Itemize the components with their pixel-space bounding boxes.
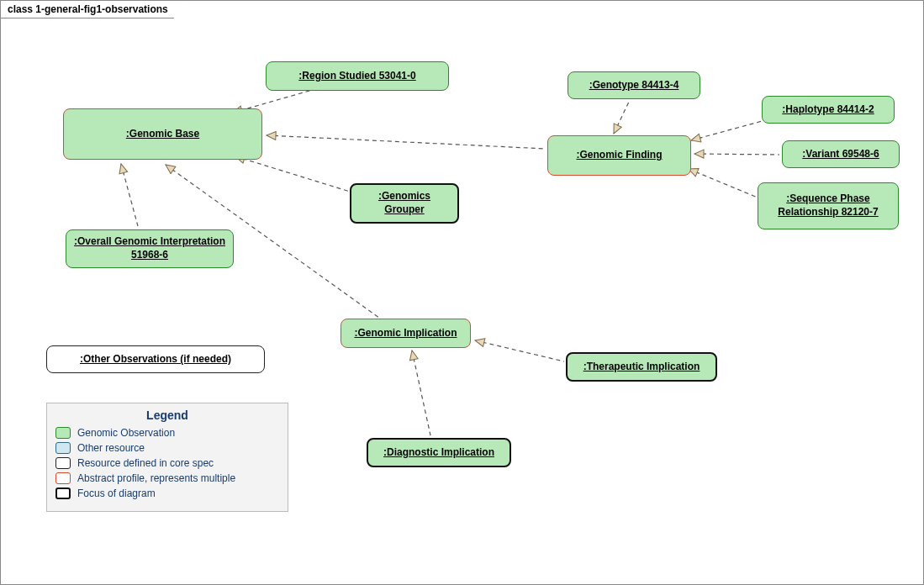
legend-label: Other resource <box>77 442 145 454</box>
node-other-observations[interactable]: :Other Observations (if needed) <box>46 345 265 373</box>
legend-item: Resource defined in core spec <box>55 457 279 469</box>
node-label: :Region Studied 53041-0 <box>298 70 415 83</box>
node-label: :Genomic Finding <box>577 149 663 162</box>
legend-label: Genomic Observation <box>77 427 175 439</box>
svg-line-8 <box>689 169 758 198</box>
node-therapeutic-implication[interactable]: :Therapeutic Implication <box>566 352 717 382</box>
node-label: :Sequence Phase Relationship 82120-7 <box>765 192 891 219</box>
legend-item: Abstract profile, represents multiple <box>55 472 279 484</box>
node-sequence-phase[interactable]: :Sequence Phase Relationship 82120-7 <box>758 182 899 229</box>
node-label: :Variant 69548-6 <box>802 148 879 161</box>
node-overall-interpretation[interactable]: :Overall Genomic Interpretation 51968-6 <box>66 229 234 268</box>
svg-line-5 <box>614 100 630 134</box>
node-label: :Overall Genomic Interpretation 51968-6 <box>73 235 226 261</box>
legend-item: Genomic Observation <box>55 427 279 439</box>
node-label: :Other Observations (if needed) <box>80 353 231 366</box>
node-label: :Genomics Grouper <box>358 190 451 216</box>
swatch-blue-icon <box>55 442 71 454</box>
node-diagnostic-implication[interactable]: :Diagnostic Implication <box>367 438 511 467</box>
node-label: :Diagnostic Implication <box>383 446 494 460</box>
diagram-frame: class 1-general-fig1-observations :Geno <box>0 0 924 585</box>
svg-line-3 <box>267 135 546 149</box>
swatch-red-icon <box>55 472 71 484</box>
legend-title: Legend <box>55 408 279 422</box>
legend-item: Other resource <box>55 442 279 454</box>
node-genomic-base[interactable]: :Genomic Base <box>63 108 262 160</box>
node-variant[interactable]: :Variant 69548-6 <box>782 140 900 168</box>
swatch-focus-icon <box>55 488 71 499</box>
node-label: :Genomic Base <box>126 128 199 141</box>
node-label: :Genotype 84413-4 <box>589 79 679 92</box>
node-label: :Haplotype 84414-2 <box>782 103 874 117</box>
node-label: :Genomic Implication <box>354 327 457 340</box>
node-haplotype[interactable]: :Haplotype 84414-2 <box>762 96 895 124</box>
node-label: :Therapeutic Implication <box>583 361 700 374</box>
node-genomics-grouper[interactable]: :Genomics Grouper <box>350 183 459 224</box>
node-region-studied[interactable]: :Region Studied 53041-0 <box>266 61 449 91</box>
legend-label: Resource defined in core spec <box>77 457 214 469</box>
node-genomic-implication[interactable]: :Genomic Implication <box>341 319 471 348</box>
svg-line-2 <box>235 156 358 194</box>
svg-line-1 <box>121 164 138 226</box>
legend-box: Legend Genomic Observation Other resourc… <box>46 403 288 512</box>
svg-line-7 <box>694 154 779 155</box>
legend-label: Abstract profile, represents multiple <box>77 472 235 484</box>
svg-line-10 <box>412 350 430 435</box>
legend-label: Focus of diagram <box>77 488 156 499</box>
svg-line-6 <box>691 119 768 140</box>
node-genotype[interactable]: :Genotype 84413-4 <box>568 71 700 99</box>
swatch-white-icon <box>55 457 71 469</box>
swatch-green-icon <box>55 427 71 439</box>
legend-item: Focus of diagram <box>55 488 279 499</box>
frame-title: class 1-general-fig1-observations <box>0 0 182 18</box>
svg-line-9 <box>475 340 564 361</box>
node-genomic-finding[interactable]: :Genomic Finding <box>547 135 691 176</box>
